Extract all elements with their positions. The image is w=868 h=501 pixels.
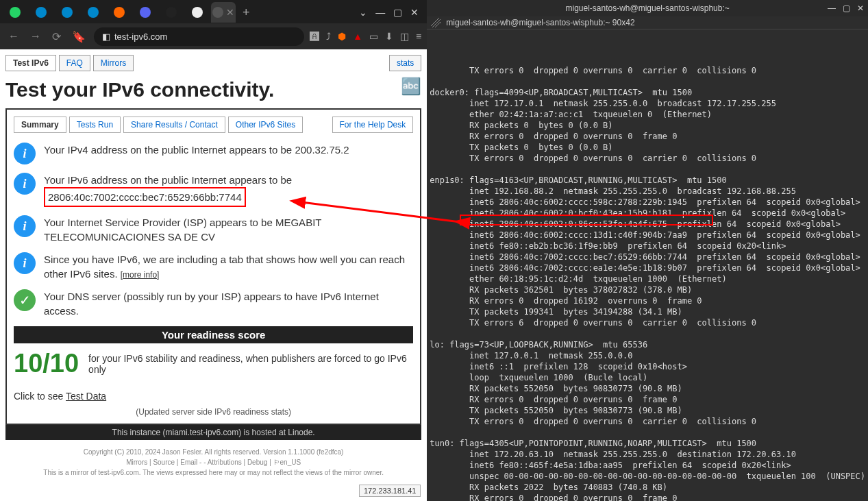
terminal-line [430, 76, 865, 87]
dns-result: Your DNS server (possibly run by your IS… [44, 289, 413, 318]
close-window-icon[interactable]: ✕ [410, 7, 419, 18]
terminal-size-header: miguel-santos-wh@miguel-santos-wisphub:~… [427, 16, 868, 29]
terminal-line: inet6 2806:40c:6002:cccc:13d1:c40f:904b:… [430, 230, 865, 241]
terminal-line: inet6 fe80::eb2b:bc36:1f9e:bb9 prefixlen… [430, 241, 865, 252]
terminal-line: RX errors 0 dropped 0 overruns 0 frame 0 [430, 131, 865, 142]
translate-icon[interactable]: 🅰 [310, 31, 319, 42]
minimize-icon[interactable]: — [375, 7, 385, 18]
isp-result: Your Internet Service Provider (ISP) app… [44, 215, 413, 244]
terminal-line: ether 60:18:95:1c:d2:4d txqueuelen 1000 … [430, 273, 865, 284]
bookmark-icon[interactable]: 🔖 [69, 27, 88, 46]
maximize-icon[interactable]: ▢ [393, 7, 402, 18]
terminal-line: inet 172.20.63.10 netmask 255.255.255.0 … [430, 449, 865, 460]
footer-source-link[interactable]: Source [153, 459, 175, 466]
terminal-line: enp1s0: flags=4163<UP,BROADCAST,RUNNING,… [430, 175, 865, 186]
ip-badge: 172.233.181.41 [359, 485, 421, 497]
copyright-block: Copyright (C) 2010, 2024 Jason Fesler. A… [5, 447, 421, 478]
terminal-line: tun0: flags=4305<UP,POINTOPOINT,RUNNING,… [430, 438, 865, 449]
test-data-link[interactable]: Test Data [66, 391, 106, 402]
browser-tab[interactable] [133, 2, 158, 23]
footer-locale-link[interactable]: en_US [280, 459, 301, 466]
browser-tab[interactable] [107, 2, 132, 23]
readiness-desc: for your IPv6 stability and readiness, w… [88, 353, 413, 375]
subtab-help[interactable]: For the Help Desk [332, 117, 414, 133]
subtab-share[interactable]: Share Results / Contact [123, 117, 225, 133]
info-icon: i [14, 215, 36, 237]
subtab-other[interactable]: Other IPv6 Sites [228, 117, 303, 133]
hosting-note: This instance (miami.test-ipv6.com) is h… [5, 425, 421, 440]
minimize-icon[interactable]: — [828, 3, 836, 13]
translate-page-icon[interactable]: 🔤 [401, 77, 421, 96]
terminal-line [430, 427, 865, 438]
browser-tab[interactable] [185, 2, 210, 23]
results-panel: Summary Tests Run Share Results / Contac… [5, 108, 421, 425]
warning-icon[interactable]: ▲ [353, 31, 362, 42]
tab-test-ipv6[interactable]: Test IPv6 [5, 55, 56, 71]
url-input[interactable]: ◧ test-ipv6.com [94, 27, 304, 46]
terminal-line: lo: flags=73<UP,LOOPBACK,RUNNING> mtu 65… [430, 339, 865, 350]
maximize-icon[interactable]: ▢ [843, 3, 850, 13]
new-tab-button[interactable]: + [237, 5, 256, 20]
terminal-line: TX packets 199341 bytes 34194288 (34.1 M… [430, 306, 865, 317]
terminal-line: inet6 ::1 prefixlen 128 scopeid 0x10<hos… [430, 361, 865, 372]
terminal-line [430, 164, 865, 175]
footer-attributions-link[interactable]: Attributions [208, 459, 242, 466]
browser-window: ✕ + ⌄ — ▢ ✕ ← → ⟳ 🔖 ◧ test-ipv6.com 🅰 ⤴ … [0, 0, 427, 501]
tab-faq[interactable]: FAQ [59, 55, 90, 71]
terminal-line: unspec 00-00-00-00-00-00-00-00-00-00-00-… [430, 471, 865, 482]
menu-icon[interactable]: ≡ [416, 31, 421, 42]
terminal-line: RX packets 362501 bytes 378027832 (378.0… [430, 284, 865, 295]
ipv4-result: Your IPv4 address on the public Internet… [44, 143, 349, 157]
terminal-line: TX errors 0 dropped 0 overruns 0 carrier… [430, 416, 865, 427]
info-icon: i [14, 173, 36, 195]
share-icon[interactable]: ⤴ [326, 31, 331, 42]
terminal-line: TX packets 0 bytes 0 (0.0 B) [430, 142, 865, 153]
footer-debug-link[interactable]: Debug [247, 459, 267, 466]
reload-button[interactable]: ⟳ [49, 27, 64, 46]
terminal-line: RX errors 0 dropped 0 overruns 0 frame 0 [430, 394, 865, 405]
page-title: Test your IPv6 connectivity. [5, 78, 421, 101]
tab-stats[interactable]: stats [389, 55, 421, 71]
forward-button[interactable]: → [27, 27, 44, 45]
subtab-summary[interactable]: Summary [14, 117, 66, 133]
page-body: Test IPv6 FAQ Mirrors stats 🔤 Test your … [0, 49, 427, 501]
terminal-line: inet 127.0.0.1 netmask 255.0.0.0 [430, 350, 865, 361]
browser-tab[interactable] [55, 2, 79, 23]
check-icon: ✓ [14, 289, 36, 311]
terminal-line: TX errors 0 dropped 0 overruns 0 carrier… [430, 65, 865, 76]
sidebar-icon[interactable]: ◫ [400, 31, 409, 42]
terminal-line: RX errors 0 dropped 0 overruns 0 frame 0 [430, 493, 865, 501]
download-icon[interactable]: ⬇ [385, 31, 393, 42]
tab-mirrors[interactable]: Mirrors [93, 55, 134, 71]
back-button[interactable]: ← [5, 27, 22, 45]
close-window-icon[interactable]: ✕ [857, 3, 864, 13]
info-icon: i [14, 252, 36, 274]
shield-icon[interactable]: ⬢ [338, 31, 346, 42]
terminal-line: RX packets 552050 bytes 90830773 (90.8 M… [430, 383, 865, 394]
close-icon[interactable]: ✕ [226, 7, 234, 18]
terminal-line: loop txqueuelen 1000 (Bucle local) [430, 372, 865, 383]
site-info-icon[interactable]: ◧ [102, 32, 110, 42]
terminal-line: TX packets 552050 bytes 90830773 (90.8 M… [430, 405, 865, 416]
terminal-line [430, 328, 865, 339]
footer-email-link[interactable]: Email [180, 459, 197, 466]
more-info-link[interactable]: [more info] [121, 270, 160, 280]
browser-tab[interactable] [81, 2, 106, 23]
terminal-window: miguel-santos-wh@miguel-santos-wisphub:~… [427, 0, 868, 501]
terminal-line: TX errors 0 dropped 0 overruns 0 carrier… [430, 153, 865, 164]
ipv6-tab-note: Since you have IPv6, we are including a … [44, 252, 413, 281]
browser-tab[interactable] [3, 2, 27, 23]
resize-grip-icon[interactable] [431, 18, 441, 27]
terminal-output[interactable]: TX errors 0 dropped 0 overruns 0 carrier… [427, 29, 868, 501]
browser-tab[interactable] [159, 2, 184, 23]
browser-tab-strip: ✕ + ⌄ — ▢ ✕ [0, 0, 427, 23]
subtab-tests[interactable]: Tests Run [69, 117, 121, 133]
wallet-icon[interactable]: ▭ [369, 31, 378, 42]
terminal-line: TX errors 6 dropped 0 overruns 0 carrier… [430, 317, 865, 328]
footer-mirrors-link[interactable]: Mirrors [126, 459, 147, 466]
terminal-line: inet6 fe80::465f:4e5a:1dba:aa95 prefixle… [430, 460, 865, 471]
browser-tab-active[interactable]: ✕ [211, 2, 236, 23]
browser-tab[interactable] [29, 2, 53, 23]
terminal-highlight-box [460, 215, 713, 225]
chevron-down-icon[interactable]: ⌄ [359, 7, 367, 18]
